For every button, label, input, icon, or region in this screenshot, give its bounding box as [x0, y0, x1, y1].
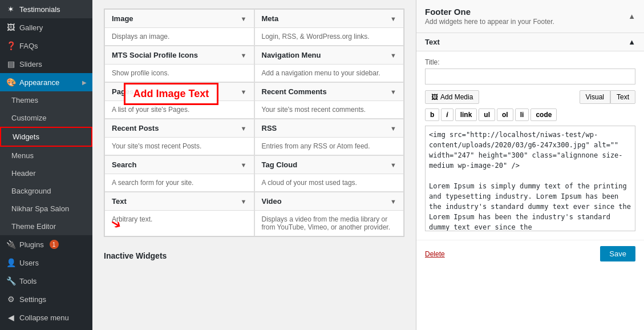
- users-icon: 👤: [6, 258, 16, 267]
- footer-one-header: Footer One Add widgets here to appear in…: [416, 0, 644, 33]
- annotation-add-image-text: Add Image Text: [124, 83, 219, 105]
- faqs-icon: ❓: [6, 41, 16, 50]
- widget-header-recent-comments[interactable]: Recent Comments ▼: [255, 83, 404, 101]
- panel-body: Title: 🖼 Add Media Visual Text b i link …: [416, 51, 644, 240]
- widget-title-video: Video: [262, 197, 282, 206]
- widget-body-tag-cloud: A cloud of your most used tags.: [255, 174, 404, 191]
- italic-button[interactable]: i: [441, 108, 453, 121]
- sidebar-item-faqs[interactable]: ❓ FAQs: [0, 37, 92, 55]
- widget-title-nav: Navigation Menu: [262, 51, 321, 59]
- add-media-icon: 🖼: [431, 93, 438, 101]
- li-button[interactable]: li: [515, 108, 529, 121]
- sidebar-item-users[interactable]: 👤 Users: [0, 253, 92, 272]
- plugins-icon: 🔌: [6, 240, 16, 249]
- title-label: Title:: [425, 58, 635, 66]
- widget-title-mts: MTS Social Profile Icons: [112, 51, 198, 59]
- chevron-down-icon: ▼: [241, 125, 247, 132]
- widget-header-tag-cloud[interactable]: Tag Cloud ▼: [255, 156, 404, 174]
- sidebar-item-widgets[interactable]: Widgets: [0, 127, 92, 147]
- widget-header-meta[interactable]: Meta ▼: [255, 10, 404, 28]
- gallery-icon: 🖼: [6, 23, 16, 32]
- sidebar-item-collapse[interactable]: ◀ Collapse menu: [0, 308, 92, 327]
- sidebar-item-background[interactable]: Background: [0, 182, 92, 200]
- widget-cell-video: Video ▼ Displays a video from the media …: [254, 192, 404, 236]
- chevron-down-icon: ▼: [390, 162, 396, 168]
- widget-header-search[interactable]: Search ▼: [105, 156, 254, 174]
- widget-body-search: A search form for your site.: [105, 174, 254, 191]
- sidebar-item-settings[interactable]: ⚙ Settings: [0, 290, 92, 308]
- visual-button[interactable]: Visual: [580, 90, 610, 104]
- chevron-down-icon: ▼: [241, 198, 247, 205]
- widget-title-tag-cloud: Tag Cloud: [262, 160, 298, 169]
- widget-cell-mts: MTS Social Profile Icons ▼ Show profile …: [104, 46, 254, 82]
- widget-body-mts: Show profile icons.: [105, 65, 254, 82]
- up-arrow-icon[interactable]: ▲: [628, 12, 635, 21]
- sidebar-item-gallery[interactable]: 🖼 Gallery: [0, 18, 92, 37]
- appearance-arrow: ▶: [82, 79, 87, 86]
- visual-text-toggle: Visual Text: [580, 90, 635, 104]
- text-button[interactable]: Text: [610, 90, 635, 104]
- sidebar-item-customize[interactable]: Customize: [0, 109, 92, 127]
- sidebar-item-testimonials[interactable]: ✶ Testimonials: [0, 0, 92, 18]
- widget-body-rss: Entries from any RSS or Atom feed.: [255, 138, 404, 155]
- widget-header-nav[interactable]: Navigation Menu ▼: [255, 46, 404, 65]
- widget-cell-image: Image ▼ Displays an image.: [104, 9, 254, 46]
- save-button[interactable]: Save: [600, 246, 635, 261]
- text-widget-title: Text: [425, 38, 440, 46]
- add-media-button[interactable]: 🖼 Add Media: [425, 90, 479, 104]
- sidebar-item-themes[interactable]: Themes: [0, 91, 92, 109]
- sidebar-item-plugins[interactable]: 🔌 Plugins 1: [0, 235, 92, 253]
- appearance-submenu: Themes Customize Widgets Menus Header Ba…: [0, 91, 92, 235]
- main-content: Image ▼ Displays an image. Meta ▼ Login,…: [92, 0, 416, 330]
- widget-body-recent-posts: Your site's most recent Posts.: [105, 138, 254, 155]
- ul-button[interactable]: ul: [479, 108, 495, 121]
- testimonials-icon: ✶: [6, 5, 16, 14]
- widget-body-text: Arbitrary text.: [105, 211, 254, 228]
- widget-title-meta: Meta: [262, 14, 279, 23]
- widget-header-text[interactable]: Text ▼: [105, 192, 254, 211]
- sidebar-item-header[interactable]: Header: [0, 164, 92, 182]
- inactive-widgets-label: Inactive Widgets: [104, 246, 404, 263]
- title-input[interactable]: [425, 69, 635, 84]
- delete-link[interactable]: Delete: [425, 250, 445, 258]
- sidebar-item-theme-editor[interactable]: Theme Editor: [0, 218, 92, 235]
- chevron-down-icon: ▼: [390, 52, 396, 59]
- text-content-area[interactable]: <img src="http://localhost/niwas-test/wp…: [425, 126, 635, 231]
- bold-button[interactable]: b: [425, 108, 439, 121]
- ol-button[interactable]: ol: [497, 108, 513, 121]
- sidebar-item-menus[interactable]: Menus: [0, 147, 92, 164]
- widget-header-recent-posts[interactable]: Recent Posts ▼: [105, 119, 254, 138]
- widget-cell-nav: Navigation Menu ▼ Add a navigation menu …: [254, 46, 404, 82]
- widget-body-recent-comments: Your site's most recent comments.: [255, 101, 404, 118]
- sidebar: ✶ Testimonials 🖼 Gallery ❓ FAQs ▤ Slider…: [0, 0, 92, 330]
- code-button[interactable]: code: [530, 108, 557, 121]
- panel-footer: Delete Save: [416, 240, 644, 267]
- sidebar-item-nikhar[interactable]: Nikhar Spa Salon: [0, 200, 92, 218]
- widget-header-image[interactable]: Image ▼: [105, 10, 254, 28]
- sidebar-item-tools[interactable]: 🔧 Tools: [0, 272, 92, 290]
- widget-header-rss[interactable]: RSS ▼: [255, 119, 404, 138]
- tools-icon: 🔧: [6, 276, 16, 285]
- text-widget-arrow: ▲: [628, 38, 635, 46]
- sidebar-item-sliders[interactable]: ▤ Sliders: [0, 55, 92, 73]
- widget-title-rss: RSS: [262, 124, 277, 132]
- format-row: b i link ul ol li code: [425, 108, 635, 121]
- widget-title-image: Image: [112, 14, 133, 23]
- sidebar-item-appearance[interactable]: 🎨 Appearance ▶: [0, 73, 92, 91]
- sliders-icon: ▤: [6, 59, 16, 69]
- widget-cell-search: Search ▼ A search form for your site.: [104, 155, 254, 192]
- chevron-down-icon: ▼: [241, 162, 247, 168]
- widget-cell-meta: Meta ▼ Login, RSS, & WordPress.org links…: [254, 9, 404, 46]
- widget-body-nav: Add a navigation menu to your sidebar.: [255, 65, 404, 82]
- widget-header-mts[interactable]: MTS Social Profile Icons ▼: [105, 46, 254, 65]
- appearance-icon: 🎨: [6, 78, 16, 87]
- text-widget-header[interactable]: Text ▲: [416, 33, 644, 51]
- chevron-down-icon: ▼: [390, 88, 396, 95]
- widget-title-text: Text: [112, 197, 127, 206]
- footer-one-sub: Add widgets here to appear in your Foote…: [425, 18, 554, 26]
- widget-cell-text: Text ▼ Arbitrary text. ➔: [104, 192, 254, 236]
- link-button[interactable]: link: [455, 108, 477, 121]
- chevron-down-icon: ▼: [390, 125, 396, 132]
- widget-header-video[interactable]: Video ▼: [255, 192, 404, 211]
- widget-cell-rss: RSS ▼ Entries from any RSS or Atom feed.: [254, 119, 404, 155]
